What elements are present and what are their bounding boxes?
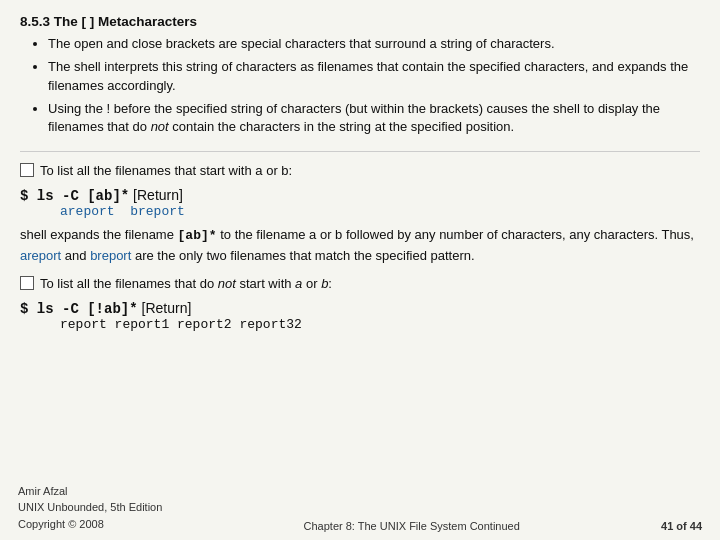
italic-a: a: [295, 276, 302, 291]
page-container: 8.5.3 The [ ] Metacharacters The open an…: [0, 0, 720, 540]
footer: Amir Afzal UNIX Unbounded, 5th Edition C…: [0, 483, 720, 533]
command-1-suffix: [Return]: [129, 187, 183, 203]
bullet-2: The shell interprets this string of char…: [48, 58, 700, 96]
checkbox-item-2: To list all the filenames that do not st…: [20, 275, 700, 294]
footer-chapter: Chapter 8: The UNIX File System Continue…: [172, 520, 651, 532]
output-2: report report1 report2 report32: [60, 317, 700, 332]
divider-1: [20, 151, 700, 152]
footer-book: UNIX Unbounded, 5th Edition: [18, 499, 162, 516]
italic-not-2: not: [218, 276, 236, 291]
command-1: $ ls -C [ab]* [Return]: [20, 187, 700, 204]
checkbox-item-1: To list all the filenames that start wit…: [20, 162, 700, 181]
output-1-col1: areport: [60, 204, 115, 219]
command-1-prefix: $ ls -C [ab]*: [20, 188, 129, 204]
checkbox-icon-1: [20, 163, 34, 177]
command-2-suffix: [Return]: [138, 300, 192, 316]
italic-b: b: [321, 276, 328, 291]
bracket-code-1: [ab]*: [178, 228, 217, 243]
bullet-3: Using the ! before the specified string …: [48, 100, 700, 138]
bullet-list: The open and close brackets are special …: [20, 35, 700, 141]
command-2: $ ls -C [!ab]* [Return]: [20, 300, 700, 317]
link-breport: breport: [90, 248, 131, 263]
footer-author: Amir Afzal: [18, 483, 162, 500]
bullet-1: The open and close brackets are special …: [48, 35, 700, 54]
footer-page: 41 of 44: [661, 520, 702, 532]
footer-copyright: Copyright © 2008: [18, 516, 162, 533]
link-areport: areport: [20, 248, 61, 263]
checkbox-text-2: To list all the filenames that do not st…: [40, 275, 332, 294]
italic-not-1: not: [151, 119, 169, 134]
footer-left: Amir Afzal UNIX Unbounded, 5th Edition C…: [18, 483, 162, 533]
checkbox-text-1: To list all the filenames that start wit…: [40, 162, 292, 181]
output-1-col2: breport: [130, 204, 185, 219]
checkbox-icon-2: [20, 276, 34, 290]
command-2-prefix: $ ls -C [!ab]*: [20, 301, 138, 317]
section-title: 8.5.3 The [ ] Metacharacters: [20, 14, 700, 29]
output-1: areport breport: [60, 204, 700, 219]
body-text-1: shell expands the filename [ab]* to the …: [20, 225, 700, 265]
